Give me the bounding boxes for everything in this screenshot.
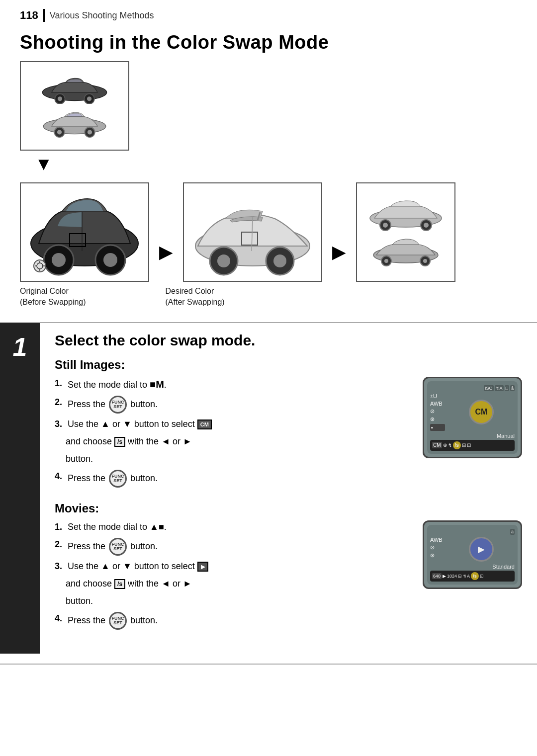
movie-step-3-end: button. (55, 594, 408, 608)
func-set-button-movie-2[interactable]: FUNCSET (109, 538, 127, 556)
movie-bar-end: ⊡ (480, 574, 484, 579)
illustration-top (20, 61, 129, 151)
step-title: Select the color swap mode. (55, 332, 522, 349)
caption-before: Original Color (Before Swapping) (20, 286, 86, 308)
svg-point-35 (424, 223, 429, 228)
selected-icon: ▪ (430, 424, 445, 431)
page-header: 118 Various Shooting Methods (0, 0, 537, 27)
cam-mode-icon: â (510, 385, 515, 391)
movie-bottom-bar: 640 ▶ 1024 ⊟ ↯A /s ⊡ (430, 571, 515, 582)
header-subtitle: Various Shooting Methods (50, 10, 154, 21)
svg-point-14 (103, 253, 117, 267)
awb-icon: AWB (430, 401, 445, 407)
still-step-2: 2. Press the FUNCSET button. (55, 396, 408, 414)
bottom-divider (0, 664, 537, 665)
movie-step-4: 4. Press the FUNCSET button. (55, 612, 408, 630)
func-set-button-still-4[interactable]: FUNCSET (109, 470, 127, 488)
arrow-right-1-icon: ▶ (159, 242, 173, 262)
bar-flash-icon: ↯ (448, 442, 452, 448)
off-icon: ⊘ (430, 408, 445, 415)
car-main-svg (25, 186, 144, 278)
still-images-heading: Still Images: (55, 358, 522, 372)
movie-bar-1024: 1024 (447, 574, 457, 579)
movie-circle-icon: ▶ (469, 537, 494, 562)
flash-icon: ↯A (495, 385, 504, 391)
svg-point-2 (58, 96, 62, 101)
bar-cm-icon: CM (432, 442, 442, 448)
mode-dial-cm-icon: ■M (150, 379, 164, 390)
movie-cam-icon: â (510, 529, 515, 535)
color-swap-icon: /s (114, 437, 125, 447)
iso-icon: ISO (484, 385, 494, 391)
movie-bar-play: ▶ (443, 574, 446, 579)
car-after-swap (183, 182, 322, 282)
bar-bullet-icon: ⊕ (443, 442, 447, 448)
car-before-swap (20, 182, 149, 282)
func-set-button-still-2[interactable]: FUNCSET (109, 396, 127, 414)
step-section: 1 Select the color swap mode. Still Imag… (0, 323, 537, 654)
still-instructions: 1. Set the mode dial to ■M. 2. Press the… (55, 377, 408, 492)
movie-bar-640: 640 (432, 573, 442, 579)
step-number: 1 (0, 323, 40, 654)
cm-circle-icon: CM (469, 400, 494, 424)
bar-end2-icon: ⊡ (467, 442, 471, 448)
arrow-down-icon: ▼ (35, 154, 53, 174)
svg-point-9 (88, 130, 92, 134)
still-instructions-row: 1. Set the mode dial to ■M. 2. Press the… (55, 377, 522, 492)
still-step-3: 3. Use the ▲ or ▼ button to select CM (55, 418, 408, 431)
step-content: Select the color swap mode. Still Images… (40, 323, 537, 654)
car-result-top-svg (363, 197, 448, 231)
svg-point-40 (423, 259, 427, 263)
car-side-svg (188, 186, 317, 278)
svg-point-29 (273, 254, 286, 267)
still-step-3-cont: and choose /s with the ◄ or ► (55, 435, 408, 448)
svg-point-4 (87, 96, 91, 101)
movie-step-3-cont: and choose /s with the ◄ or ► (55, 577, 408, 590)
svg-point-33 (383, 223, 388, 228)
movie-mode-icon: ▶ (197, 562, 208, 572)
page-container: 118 Various Shooting Methods Shooting in… (0, 0, 537, 756)
movie-bar-a: ↯A (463, 574, 470, 579)
still-step-3-end: button. (55, 452, 408, 466)
bar-end1-icon: ⊟ (462, 442, 466, 448)
movies-heading: Movies: (55, 502, 522, 515)
ev-icon: ±U (430, 393, 445, 399)
movie-step-3: 3. Use the ▲ or ▼ button to select ▶ (55, 560, 408, 573)
movie-step-2: 2. Press the FUNCSET button. (55, 538, 408, 556)
square-icon: □ (505, 385, 509, 391)
car-result-bot-svg (367, 236, 445, 267)
camera-bottom-bar: CM ⊕ ↯ /s ⊟ ⊡ (430, 440, 515, 451)
movie-flash-icon: ⊛ (430, 552, 445, 559)
cm-icon: CM (197, 420, 212, 429)
movie-step-1: 1. Set the mode dial to ▲■. (55, 520, 408, 534)
svg-point-27 (217, 254, 230, 267)
svg-point-12 (52, 253, 66, 267)
car-silver-svg (37, 108, 112, 138)
still-step-1: 1. Set the mode dial to ■M. (55, 377, 408, 392)
car-result (356, 182, 455, 282)
movie-off-icon: ⊘ (430, 544, 445, 551)
caption-area: Original Color (Before Swapping) Desired… (20, 286, 225, 308)
illustration-section: ▼ (0, 61, 537, 313)
svg-point-38 (384, 259, 388, 263)
page-number: 118 (20, 9, 45, 22)
func-set-button-movie-4[interactable]: FUNCSET (109, 612, 127, 630)
car-dark-svg (35, 74, 114, 104)
illustration-bottom: ▶ (20, 182, 455, 282)
svg-point-7 (57, 130, 62, 134)
standard-label: Standard (430, 564, 515, 570)
arrow-right-2-icon: ▶ (332, 242, 346, 262)
caption-after: Desired Color (After Swapping) (166, 286, 225, 308)
movie-swap-icon: /s (114, 579, 125, 589)
movie-bar-m: ⊟ (458, 574, 462, 579)
movie-bar-active: /s (471, 572, 479, 580)
bar-active-icon: /s (453, 441, 461, 449)
page-title: Shooting in the Color Swap Mode (0, 27, 537, 61)
car-box-before (20, 61, 129, 151)
mode-dial-movie-icon: ▲■ (150, 522, 164, 532)
camera-screen-movie: â AWB ⊘ ⊛ (423, 520, 522, 589)
still-step-4: 4. Press the FUNCSET button. (55, 470, 408, 488)
movie-awb-icon: AWB (430, 537, 445, 543)
manual-label: Manual (430, 433, 515, 439)
movies-instructions-row: 1. Set the mode dial to ▲■. 2. Press the… (55, 520, 522, 634)
